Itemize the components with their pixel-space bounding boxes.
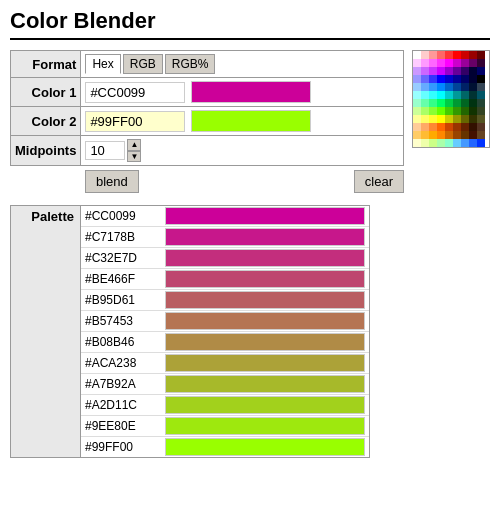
color-grid-cell[interactable] [413, 99, 421, 107]
color-grid-cell[interactable] [477, 107, 485, 115]
color-grid-cell[interactable] [469, 91, 477, 99]
color-grid-cell[interactable] [453, 123, 461, 131]
color2-input[interactable] [85, 111, 185, 132]
color-grid-cell[interactable] [453, 115, 461, 123]
color-grid-cell[interactable] [429, 51, 437, 59]
color-grid-cell[interactable] [429, 91, 437, 99]
color-grid-cell[interactable] [429, 123, 437, 131]
color-grid-cell[interactable] [437, 75, 445, 83]
color-grid-cell[interactable] [437, 123, 445, 131]
color-grid-cell[interactable] [477, 123, 485, 131]
color-grid-cell[interactable] [413, 67, 421, 75]
color-grid-cell[interactable] [429, 139, 437, 147]
color-grid-cell[interactable] [469, 59, 477, 67]
color-grid-cell[interactable] [461, 115, 469, 123]
color-grid-cell[interactable] [421, 91, 429, 99]
color-grid-cell[interactable] [477, 91, 485, 99]
color-grid-cell[interactable] [453, 83, 461, 91]
color-grid-cell[interactable] [421, 139, 429, 147]
color-grid-cell[interactable] [453, 99, 461, 107]
spinner-up[interactable]: ▲ [127, 139, 141, 151]
color-grid-cell[interactable] [437, 131, 445, 139]
color-grid-cell[interactable] [445, 131, 453, 139]
color-grid-cell[interactable] [421, 67, 429, 75]
color-grid-cell[interactable] [445, 123, 453, 131]
color-grid-cell[interactable] [429, 99, 437, 107]
color-grid-cell[interactable] [445, 91, 453, 99]
color-grid-cell[interactable] [453, 107, 461, 115]
color-grid-cell[interactable] [469, 51, 477, 59]
color-grid-cell[interactable] [453, 67, 461, 75]
color-grid-cell[interactable] [477, 59, 485, 67]
color-grid-cell[interactable] [461, 139, 469, 147]
color-grid-cell[interactable] [421, 83, 429, 91]
color-grid-cell[interactable] [421, 75, 429, 83]
color-grid-cell[interactable] [453, 59, 461, 67]
color-grid-cell[interactable] [429, 59, 437, 67]
color1-input[interactable] [85, 82, 185, 103]
color-grid-cell[interactable] [461, 107, 469, 115]
color-grid-cell[interactable] [413, 51, 421, 59]
color-grid-cell[interactable] [469, 139, 477, 147]
color-grid-cell[interactable] [445, 99, 453, 107]
spinner-down[interactable]: ▼ [127, 151, 141, 163]
color-grid-cell[interactable] [445, 67, 453, 75]
color-grid-cell[interactable] [437, 99, 445, 107]
color-grid-cell[interactable] [437, 51, 445, 59]
color-grid-cell[interactable] [437, 115, 445, 123]
color-grid-cell[interactable] [445, 51, 453, 59]
color-grid-cell[interactable] [469, 99, 477, 107]
color-grid-cell[interactable] [477, 51, 485, 59]
color-grid-cell[interactable] [429, 107, 437, 115]
color-grid-cell[interactable] [445, 59, 453, 67]
color-grid-cell[interactable] [421, 59, 429, 67]
color-grid-cell[interactable] [461, 91, 469, 99]
color-grid-cell[interactable] [453, 75, 461, 83]
color-grid-cell[interactable] [469, 123, 477, 131]
color-grid-cell[interactable] [445, 115, 453, 123]
format-hex-button[interactable]: Hex [85, 54, 120, 74]
color-grid-cell[interactable] [421, 107, 429, 115]
color-grid-cell[interactable] [413, 139, 421, 147]
color-grid-cell[interactable] [453, 51, 461, 59]
color-grid-cell[interactable] [413, 115, 421, 123]
color-grid-cell[interactable] [469, 83, 477, 91]
color-grid-cell[interactable] [421, 115, 429, 123]
color-grid-cell[interactable] [421, 123, 429, 131]
color-grid-cell[interactable] [413, 83, 421, 91]
color-grid-cell[interactable] [437, 107, 445, 115]
color-grid-cell[interactable] [469, 75, 477, 83]
color-grid-cell[interactable] [461, 83, 469, 91]
color-grid-cell[interactable] [477, 67, 485, 75]
color-grid-cell[interactable] [437, 91, 445, 99]
color-grid-cell[interactable] [461, 131, 469, 139]
color-grid-cell[interactable] [461, 67, 469, 75]
format-rgb-button[interactable]: RGB [123, 54, 163, 74]
color-grid-cell[interactable] [469, 67, 477, 75]
midpoints-input[interactable] [85, 141, 125, 160]
color-grid-cell[interactable] [445, 83, 453, 91]
color-grid-cell[interactable] [461, 123, 469, 131]
color-grid-cell[interactable] [429, 115, 437, 123]
color-grid-cell[interactable] [461, 99, 469, 107]
format-rgbpct-button[interactable]: RGB% [165, 54, 216, 74]
color-grid-cell[interactable] [477, 139, 485, 147]
color-grid-cell[interactable] [453, 91, 461, 99]
color-grid-cell[interactable] [461, 51, 469, 59]
color-grid-cell[interactable] [477, 83, 485, 91]
color-grid-cell[interactable] [429, 67, 437, 75]
color-grid-cell[interactable] [469, 115, 477, 123]
color-grid-cell[interactable] [469, 107, 477, 115]
color-grid-cell[interactable] [461, 59, 469, 67]
clear-button[interactable]: clear [354, 170, 404, 193]
color-grid-cell[interactable] [413, 131, 421, 139]
color-grid-cell[interactable] [461, 75, 469, 83]
color-grid-cell[interactable] [429, 83, 437, 91]
color-grid-cell[interactable] [429, 131, 437, 139]
color-grid-cell[interactable] [477, 115, 485, 123]
color-grid-cell[interactable] [477, 75, 485, 83]
color-grid-cell[interactable] [445, 139, 453, 147]
color-grid-cell[interactable] [421, 99, 429, 107]
color-grid-cell[interactable] [413, 91, 421, 99]
color-grid-cell[interactable] [453, 139, 461, 147]
